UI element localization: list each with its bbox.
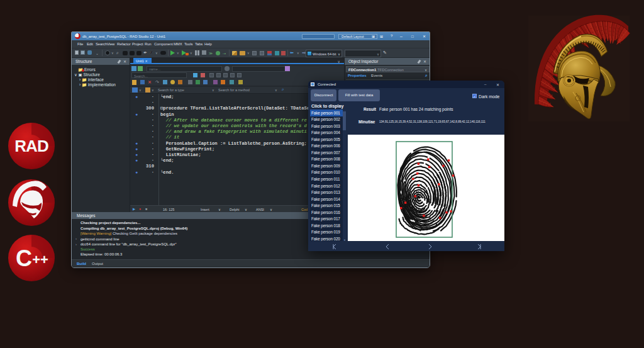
- svg-text:C: C: [16, 245, 32, 271]
- svg-text:RAD: RAD: [14, 137, 48, 155]
- svg-text:++: ++: [32, 252, 48, 267]
